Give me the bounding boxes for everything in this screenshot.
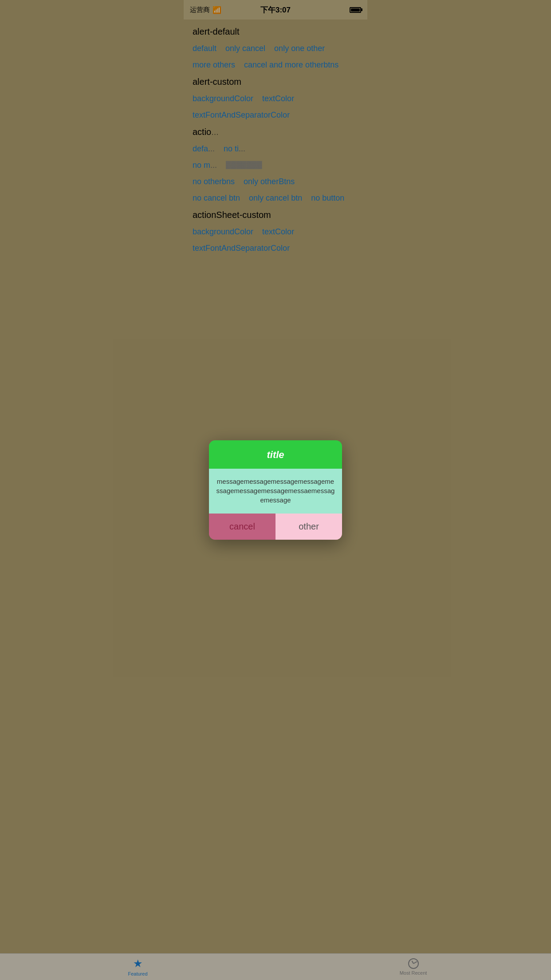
alert-overlay: title messagemessagemessagemessagemessag… xyxy=(184,0,367,327)
